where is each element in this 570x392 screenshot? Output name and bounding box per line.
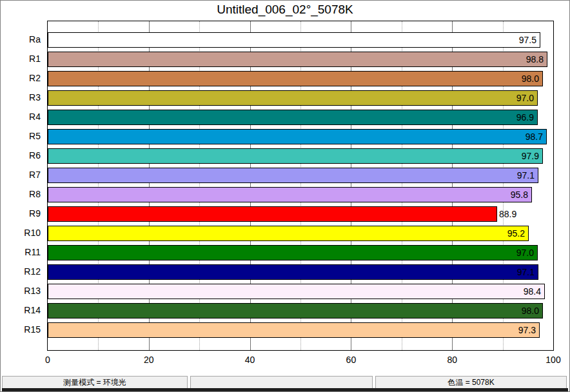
y-label-r2: R2 — [29, 70, 41, 86]
bar-value-r13: 98.4 — [513, 284, 541, 299]
bar-r9 — [48, 206, 497, 222]
bar-r10 — [48, 226, 529, 241]
x-tick-label-100: 100 — [545, 355, 560, 365]
plot-area: 97.598.898.097.096.998.797.997.195.888.9… — [47, 21, 554, 351]
bar-r7 — [48, 168, 538, 183]
bar-r3 — [48, 90, 538, 106]
y-label-r4: R4 — [29, 109, 41, 124]
bar-ra — [48, 32, 540, 48]
bar-value-r4: 96.9 — [506, 110, 534, 125]
y-label-ra: Ra — [29, 32, 41, 47]
chart-title: Untitled_006_02°_5078K — [1, 3, 569, 17]
bar-value-r7: 97.1 — [506, 168, 535, 183]
bar-r6 — [48, 148, 543, 164]
status-cell-empty — [190, 376, 373, 389]
bar-r11 — [48, 245, 538, 260]
status-cell-measure-mode: 测量模式 = 环境光 — [2, 376, 188, 389]
window-bottom-edge — [2, 388, 568, 391]
cri-chart-window: Untitled_006_02°_5078K RaR1R2R3R4R5R6R7R… — [0, 0, 570, 392]
y-label-r6: R6 — [29, 148, 41, 163]
bar-r15 — [48, 322, 540, 338]
bar-r12 — [48, 264, 538, 280]
x-tick-label-60: 60 — [346, 355, 357, 365]
bar-r2 — [48, 71, 543, 86]
bar-r1 — [48, 52, 547, 67]
y-label-r9: R9 — [29, 206, 41, 221]
bar-value-r10: 95.2 — [496, 226, 525, 241]
bar-value-r11: 97.0 — [506, 245, 534, 260]
y-label-r8: R8 — [29, 186, 41, 202]
bar-value-r2: 98.0 — [511, 71, 539, 86]
x-tick-label-80: 80 — [447, 355, 457, 365]
bar-r8 — [48, 187, 532, 202]
y-label-r12: R12 — [24, 264, 41, 279]
y-label-r15: R15 — [24, 322, 41, 337]
x-axis-labels: 020406080100 — [1, 355, 570, 368]
bar-value-r12: 97.1 — [506, 264, 535, 280]
bar-value-r1: 98.8 — [515, 52, 544, 67]
y-label-r10: R10 — [24, 225, 41, 240]
bar-value-r8: 95.8 — [500, 187, 528, 202]
x-tick-label-40: 40 — [245, 355, 255, 365]
bar-value-r6: 97.9 — [511, 148, 539, 164]
status-cell-color-temp: 色温 = 5078K — [375, 376, 567, 389]
bar-r4 — [48, 110, 538, 125]
bar-value-r3: 97.0 — [506, 90, 534, 106]
y-label-r1: R1 — [29, 51, 41, 66]
x-tick-label-0: 0 — [45, 355, 50, 365]
bar-r13 — [48, 284, 545, 299]
y-label-r14: R14 — [24, 302, 41, 318]
y-label-r7: R7 — [29, 167, 41, 182]
bar-value-ra: 97.5 — [508, 32, 536, 48]
bar-r5 — [48, 129, 547, 144]
bar-value-r15: 97.3 — [507, 322, 536, 338]
bar-value-r9: 88.9 — [499, 206, 516, 222]
y-label-r13: R13 — [24, 283, 41, 299]
y-axis-labels: RaR1R2R3R4R5R6R7R8R9R10R11R12R13R14R15 — [1, 21, 44, 351]
y-label-r5: R5 — [29, 128, 41, 144]
bar-r14 — [48, 303, 543, 318]
bar-value-r14: 98.0 — [511, 303, 539, 318]
y-label-r3: R3 — [29, 90, 41, 105]
x-tick-label-20: 20 — [144, 355, 154, 365]
y-label-r11: R11 — [25, 244, 41, 260]
bar-value-r5: 98.7 — [515, 129, 543, 144]
